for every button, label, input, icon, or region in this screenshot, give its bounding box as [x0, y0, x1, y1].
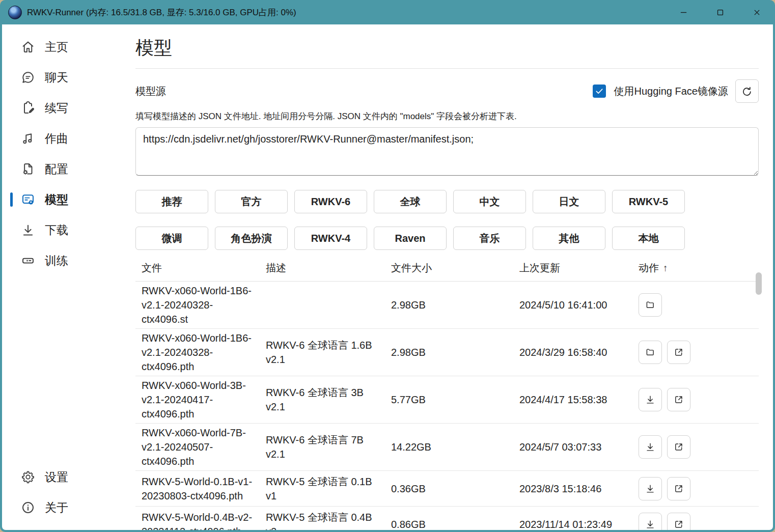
table-scrollbar-thumb[interactable] — [756, 272, 762, 295]
window-title: RWKV-Runner (内存: 16.5/31.8 GB, 显存: 5.3/1… — [27, 7, 296, 18]
minimize-button[interactable] — [665, 0, 702, 24]
download-icon — [645, 519, 656, 530]
open-url-button[interactable] — [667, 435, 690, 459]
sidebar-item-label: 配置 — [45, 161, 68, 177]
sidebar-item-chat[interactable]: 聊天 — [7, 66, 123, 89]
document-gear-icon — [20, 161, 36, 177]
app-window: RWKV-Runner (内存: 16.5/31.8 GB, 显存: 5.3/1… — [0, 0, 775, 532]
file-description: RWKV-6 全球语言 7B v2.1 — [266, 433, 391, 461]
file-size: 2.98GB — [391, 345, 519, 359]
close-icon — [753, 8, 761, 17]
filter-button-本地[interactable]: 本地 — [612, 227, 685, 250]
filter-button-RWKV-5[interactable]: RWKV-5 — [612, 190, 685, 213]
filter-button-全球[interactable]: 全球 — [374, 190, 447, 213]
column-header-file[interactable]: 文件 — [142, 261, 266, 275]
maximize-button[interactable] — [702, 0, 738, 24]
refresh-button[interactable] — [735, 79, 759, 103]
file-size: 2.98GB — [391, 298, 519, 312]
open-external-icon — [673, 347, 684, 358]
folder-icon — [645, 347, 656, 358]
window-controls — [665, 0, 775, 24]
file-name: RWKV-x060-World-1B6-v2.1-20240328-ctx409… — [142, 331, 266, 374]
filter-button-Raven[interactable]: Raven — [374, 227, 447, 250]
hf-mirror-checkbox[interactable] — [593, 85, 606, 98]
download-button[interactable] — [639, 435, 662, 459]
titlebar: RWKV-Runner (内存: 16.5/31.8 GB, 显存: 5.3/1… — [0, 0, 775, 24]
filter-button-官方[interactable]: 官方 — [215, 190, 288, 213]
main-content: 模型 模型源 使用Hugging Face镜像源 填写模型描述的 JSON 文件… — [128, 24, 773, 530]
sidebar-spacer — [2, 276, 128, 462]
sidebar-item-settings[interactable]: 设置 — [7, 465, 123, 489]
download-icon — [645, 483, 656, 494]
checkmark-icon — [595, 87, 604, 96]
filter-button-RWKV-4[interactable]: RWKV-4 — [294, 227, 367, 250]
download-button[interactable] — [639, 477, 662, 500]
title-divider — [135, 68, 759, 69]
download-button[interactable] — [639, 513, 662, 530]
sidebar-item-models[interactable]: 模型 — [7, 188, 123, 211]
model-source-label: 模型源 — [135, 85, 166, 98]
filter-row-1: 推荐官方RWKV-6全球中文日文RWKV-5 — [135, 190, 759, 213]
filter-button-推荐[interactable]: 推荐 — [135, 190, 208, 213]
sidebar-item-about[interactable]: 关于 — [7, 496, 123, 519]
row-actions — [639, 477, 759, 500]
sidebar-item-label: 聊天 — [45, 70, 68, 86]
open-external-icon — [673, 441, 684, 453]
table-row: RWKV-x060-World-1B6-v2.1-20240328-ctx409… — [135, 282, 759, 329]
file-name: RWKV-x060-World-3B-v2.1-20240417-ctx4096… — [142, 378, 266, 421]
app-logo-icon — [8, 6, 22, 19]
sidebar-item-completion[interactable]: 续写 — [7, 96, 123, 120]
sidebar-item-label: 作曲 — [45, 131, 68, 147]
open-external-icon — [673, 519, 684, 530]
column-header-description[interactable]: 描述 — [266, 261, 391, 275]
download-button[interactable] — [639, 388, 662, 411]
close-button[interactable] — [738, 0, 775, 24]
last-updated: 2024/4/17 15:58:38 — [519, 393, 639, 407]
info-icon — [20, 500, 36, 515]
file-size: 0.86GB — [391, 517, 519, 530]
sort-ascending-indicator: ↑ — [663, 263, 668, 274]
open-folder-button[interactable] — [639, 293, 662, 317]
file-size: 14.22GB — [391, 440, 519, 454]
last-updated: 2024/5/10 16:41:00 — [519, 298, 639, 312]
table-row: RWKV-x060-World-1B6-v2.1-20240328-ctx409… — [135, 329, 759, 376]
sidebar-item-home[interactable]: 主页 — [7, 35, 123, 59]
column-header-updated[interactable]: 上次更新 — [519, 261, 639, 275]
clipboard-pen-icon — [20, 100, 36, 116]
model-source-input[interactable]: https://cdn.jsdelivr.net/gh/josstorer/RW… — [135, 127, 759, 176]
filter-button-微调[interactable]: 微调 — [135, 227, 208, 250]
filter-button-其他[interactable]: 其他 — [533, 227, 605, 250]
last-updated: 2024/5/7 03:07:33 — [519, 440, 639, 454]
minimize-icon — [679, 8, 688, 17]
open-folder-button[interactable] — [639, 341, 662, 364]
filter-row-2: 微调角色扮演RWKV-4Raven音乐其他本地 — [135, 227, 759, 250]
sidebar-item-downloads[interactable]: 下载 — [7, 218, 123, 242]
sidebar-item-training[interactable]: 训练 — [7, 249, 123, 272]
folder-icon — [645, 299, 656, 311]
refresh-icon — [741, 85, 753, 97]
filter-button-中文[interactable]: 中文 — [453, 190, 526, 213]
sidebar-item-label: 模型 — [45, 192, 68, 208]
table-row: RWKV-5-World-0.4B-v2-20231113-ctx4096.pt… — [135, 507, 759, 530]
open-url-button[interactable] — [667, 341, 690, 364]
filter-button-RWKV-6[interactable]: RWKV-6 — [294, 190, 367, 213]
row-actions — [639, 293, 759, 317]
gear-icon — [20, 469, 36, 485]
open-url-button[interactable] — [667, 477, 690, 500]
open-url-button[interactable] — [667, 388, 690, 411]
models-icon — [20, 192, 36, 207]
download-icon — [645, 441, 656, 453]
sidebar-item-composition[interactable]: 作曲 — [7, 127, 123, 150]
filter-button-角色扮演[interactable]: 角色扮演 — [215, 227, 288, 250]
row-actions — [639, 435, 759, 459]
file-description: RWKV-6 全球语言 1.6B v2.1 — [266, 338, 391, 367]
download-icon — [645, 394, 656, 405]
sidebar-item-config[interactable]: 配置 — [7, 157, 123, 181]
filter-button-日文[interactable]: 日文 — [533, 190, 605, 213]
file-name: RWKV-x060-World-1B6-v2.1-20240328-ctx409… — [142, 284, 266, 326]
column-header-size[interactable]: 文件大小 — [391, 261, 519, 275]
filter-button-音乐[interactable]: 音乐 — [453, 227, 526, 250]
column-header-action[interactable]: 动作↑ — [639, 261, 759, 275]
open-url-button[interactable] — [667, 513, 690, 530]
sidebar-item-label: 主页 — [45, 39, 68, 55]
